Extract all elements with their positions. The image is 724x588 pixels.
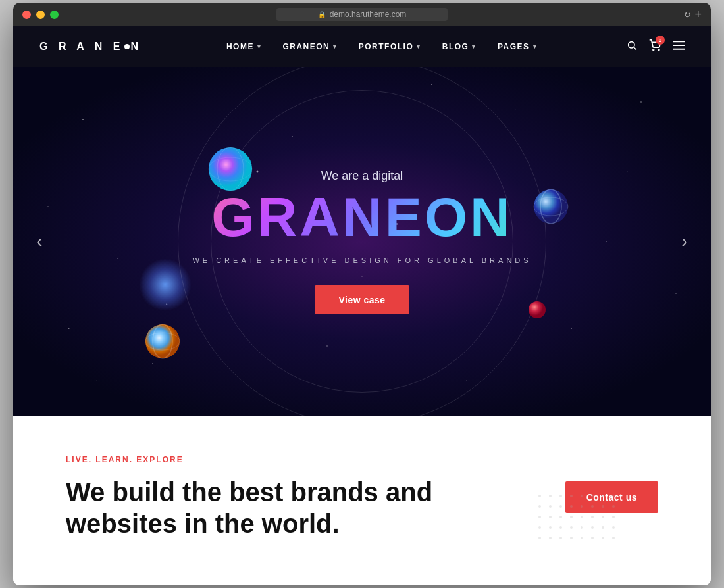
mac-titlebar: 🔒 demo.harutheme.com ↻ + bbox=[13, 3, 711, 26]
view-case-button[interactable]: View case bbox=[315, 285, 409, 314]
nav-item-home[interactable]: HOME ▾ bbox=[226, 42, 262, 51]
cart-icon[interactable]: 0 bbox=[649, 39, 661, 54]
url-bar[interactable]: 🔒 demo.harutheme.com bbox=[276, 8, 448, 21]
planet-top-right bbox=[533, 189, 569, 225]
minimize-button[interactable] bbox=[36, 11, 45, 19]
hero-subtitle: We are a digital bbox=[192, 169, 531, 183]
about-title: We build the best brands and websites in… bbox=[66, 476, 434, 539]
chevron-down-icon: ▾ bbox=[533, 43, 538, 50]
navbar: G R A N EN HOME ▾ GRANEON ▾ PORTFOLIO ▾ … bbox=[13, 26, 711, 67]
hero-section: ‹ We are a digital GRANEON WE CREATE EFF… bbox=[13, 67, 711, 416]
nav-item-blog[interactable]: BLOG ▾ bbox=[442, 42, 477, 51]
mac-window: 🔒 demo.harutheme.com ↻ + G R A N EN HOME… bbox=[13, 3, 711, 585]
reload-icon[interactable]: ↻ bbox=[684, 10, 691, 20]
svg-line-1 bbox=[634, 47, 636, 50]
svg-point-3 bbox=[658, 49, 659, 51]
hero-tagline: WE CREATE EFFECTIVE DESIGN FOR GLOBAL BR… bbox=[192, 257, 531, 264]
slider-next-button[interactable]: › bbox=[671, 228, 698, 255]
svg-point-10 bbox=[534, 189, 568, 224]
close-button[interactable] bbox=[22, 11, 31, 19]
about-left: LIVE. LEARN. EXPLORE We build the best b… bbox=[66, 455, 434, 539]
nav-icons: 0 bbox=[627, 39, 685, 54]
chevron-down-icon: ▾ bbox=[472, 43, 477, 50]
nav-item-graneon[interactable]: GRANEON ▾ bbox=[282, 42, 337, 51]
chevron-down-icon: ▾ bbox=[333, 43, 338, 50]
hamburger-icon[interactable] bbox=[673, 40, 685, 53]
lock-icon: 🔒 bbox=[318, 11, 326, 18]
svg-point-0 bbox=[629, 42, 634, 48]
nav-item-pages[interactable]: PAGES ▾ bbox=[498, 42, 537, 51]
site-wrapper: G R A N EN HOME ▾ GRANEON ▾ PORTFOLIO ▾ … bbox=[13, 26, 711, 585]
hero-content: We are a digital GRANEON WE CREATE EFFEC… bbox=[192, 169, 531, 314]
maximize-button[interactable] bbox=[50, 11, 59, 19]
svg-point-14 bbox=[145, 324, 180, 358]
planet-bottom-left bbox=[145, 324, 181, 360]
new-tab-button[interactable]: + bbox=[694, 9, 702, 20]
chevron-down-icon: ▾ bbox=[417, 43, 421, 50]
nav-item-portfolio[interactable]: PORTFOLIO ▾ bbox=[359, 42, 421, 51]
search-icon[interactable] bbox=[627, 40, 637, 53]
nav-menu: HOME ▾ GRANEON ▾ PORTFOLIO ▾ BLOG ▾ PAGE… bbox=[187, 42, 537, 51]
site-logo[interactable]: G R A N EN bbox=[39, 41, 142, 53]
slider-prev-button[interactable]: ‹ bbox=[26, 228, 53, 255]
cart-badge: 0 bbox=[656, 36, 665, 45]
url-text: demo.harutheme.com bbox=[330, 10, 407, 19]
about-right: Contact us bbox=[565, 481, 658, 513]
chevron-down-icon: ▾ bbox=[257, 43, 262, 50]
hero-title: GRANEON bbox=[192, 189, 531, 245]
about-tagline: LIVE. LEARN. EXPLORE bbox=[66, 455, 434, 464]
dot-pattern-decoration bbox=[538, 495, 619, 543]
about-section: LIVE. LEARN. EXPLORE We build the best b… bbox=[13, 416, 711, 585]
svg-point-2 bbox=[653, 49, 654, 51]
